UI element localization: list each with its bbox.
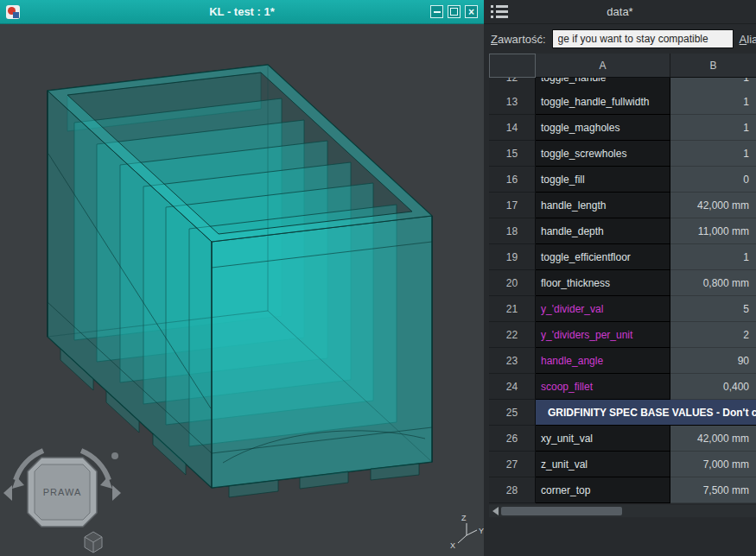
pan-right-arrow-icon[interactable] (112, 485, 121, 501)
cell-a[interactable]: toggle_fill (536, 167, 670, 193)
minimize-icon[interactable] (430, 5, 443, 18)
cell-b[interactable]: 1 (670, 115, 756, 141)
sheet-row-12: 12 toggle_handle 1 (489, 78, 756, 89)
row-number[interactable]: 23 (489, 348, 536, 374)
row-number[interactable]: 25 (489, 400, 536, 426)
panel-title: data* (484, 5, 756, 18)
cell-a[interactable]: floor_thickness (536, 270, 670, 296)
maximize-icon[interactable] (448, 5, 461, 18)
content-input[interactable] (552, 29, 734, 48)
cell-a[interactable]: z_unit_val (536, 452, 670, 477)
window-title: KL - test : 1* (0, 5, 484, 18)
banner-cell[interactable]: GRIDFINITY SPEC BASE VALUES - Don't c (536, 400, 756, 426)
cell-a[interactable]: toggle_efficientfloor (536, 244, 670, 270)
spreadsheet: A B 12 toggle_handle 1 13 toggle_handle_… (484, 54, 756, 517)
cell-b[interactable]: 11,000 mm (670, 218, 756, 244)
scroll-left-arrow-icon[interactable] (489, 505, 501, 517)
cell-a[interactable]: y_'divider_val (536, 296, 670, 322)
sheet-row-22: 22 y_'dividers_per_unit 2 (489, 322, 756, 348)
row-number[interactable]: 21 (489, 296, 536, 322)
row-number[interactable]: 18 (489, 218, 536, 244)
sheet-row-18: 18 handle_depth 11,000 mm (489, 218, 756, 244)
cell-a[interactable]: toggle_handle (536, 78, 670, 89)
alias-label: Alias (740, 33, 756, 46)
row-number[interactable]: 15 (489, 141, 536, 167)
axis-x-label: X (450, 541, 455, 550)
cell-b[interactable]: 42,000 mm (670, 193, 756, 218)
row-number[interactable]: 13 (489, 89, 536, 115)
cell-b[interactable]: 0,800 mm (670, 270, 756, 296)
cell-b[interactable]: 1 (670, 89, 756, 115)
row-number[interactable]: 16 (489, 167, 536, 193)
sheet-row-27: 27 z_unit_val 7,000 mm (489, 452, 756, 477)
sheet-row-25-banner: 25 GRIDFINITY SPEC BASE VALUES - Don't c (489, 400, 756, 426)
cell-b[interactable]: 0,400 (670, 374, 756, 400)
close-icon[interactable] (465, 5, 478, 18)
window-titlebar[interactable]: KL - test : 1* (0, 0, 484, 24)
sheet-row-19: 19 toggle_efficientfloor 1 (489, 244, 756, 270)
row-number[interactable]: 27 (489, 452, 536, 477)
sheet-row-15: 15 toggle_screwholes 1 (489, 141, 756, 167)
cell-b[interactable]: 7,500 mm (670, 477, 756, 503)
column-header-a[interactable]: A (536, 54, 670, 78)
column-headers: A B (489, 54, 756, 78)
app-icon[interactable] (6, 5, 20, 19)
row-number[interactable]: 28 (489, 477, 536, 503)
cell-b[interactable]: 90 (670, 348, 756, 374)
sheet-row-28: 28 corner_top 7,500 mm (489, 477, 756, 503)
cell-a[interactable]: toggle_magholes (536, 115, 670, 141)
pan-left-arrow-icon[interactable] (3, 485, 12, 501)
nav-cube-dot-icon[interactable] (111, 452, 118, 459)
cell-a[interactable]: toggle_handle_fullwidth (536, 89, 670, 115)
horizontal-scrollbar[interactable] (489, 505, 756, 517)
cell-a[interactable]: scoop_fillet (536, 374, 670, 400)
axis-z-label: Z (461, 514, 467, 522)
cell-b[interactable]: 1 (670, 244, 756, 270)
panel-header: data* (484, 0, 756, 24)
cad-window: KL - test : 1* (0, 0, 484, 556)
sheet-row-23: 23 handle_angle 90 (489, 348, 756, 374)
cell-b[interactable]: 5 (670, 296, 756, 322)
row-number[interactable]: 17 (489, 193, 536, 218)
model-front-face (212, 216, 432, 488)
navigation-cube[interactable]: PRAWA (3, 451, 121, 553)
sheet-row-20: 20 floor_thickness 0,800 mm (489, 270, 756, 296)
row-number[interactable]: 14 (489, 115, 536, 141)
cell-a[interactable]: y_'dividers_per_unit (536, 322, 670, 348)
3d-viewport[interactable]: PRAWA Z Y X (0, 24, 484, 556)
cell-b[interactable]: 0 (670, 167, 756, 193)
cell-a[interactable]: handle_length (536, 193, 670, 218)
cell-b[interactable]: 1 (670, 78, 756, 89)
cell-a[interactable]: xy_unit_val (536, 426, 670, 452)
sheet-row-24: 24 scoop_fillet 0,400 (489, 374, 756, 400)
cell-a[interactable]: handle_depth (536, 218, 670, 244)
corner-cell[interactable] (489, 54, 536, 78)
content-bar: Zawartość: Alias (484, 24, 756, 54)
axis-cross: Z Y X (450, 514, 484, 550)
row-number[interactable]: 20 (489, 270, 536, 296)
menu-icon[interactable] (491, 5, 508, 18)
row-number[interactable]: 22 (489, 322, 536, 348)
nav-cube-face-label: PRAWA (43, 487, 82, 497)
sheet-row-16: 16 toggle_fill 0 (489, 167, 756, 193)
sheet-row-21: 21 y_'divider_val 5 (489, 296, 756, 322)
row-number[interactable]: 26 (489, 426, 536, 452)
cell-b[interactable]: 42,000 mm (670, 426, 756, 452)
scrollbar-thumb[interactable] (501, 507, 622, 515)
cell-a[interactable]: toggle_screwholes (536, 141, 670, 167)
row-number[interactable]: 19 (489, 244, 536, 270)
row-number[interactable]: 24 (489, 374, 536, 400)
column-header-b[interactable]: B (670, 54, 756, 78)
row-number[interactable]: 12 (489, 78, 536, 89)
cell-b[interactable]: 1 (670, 141, 756, 167)
cell-b[interactable]: 2 (670, 322, 756, 348)
isometric-view-icon[interactable] (85, 532, 102, 553)
sheet-row-13: 13 toggle_handle_fullwidth 1 (489, 89, 756, 115)
sheet-row-17: 17 handle_length 42,000 mm (489, 193, 756, 218)
cell-b[interactable]: 7,000 mm (670, 452, 756, 477)
sheet-row-26: 26 xy_unit_val 42,000 mm (489, 426, 756, 452)
gridfinity-model-scene: PRAWA Z Y X (0, 24, 484, 556)
window-controls (430, 5, 478, 18)
cell-a[interactable]: handle_angle (536, 348, 670, 374)
cell-a[interactable]: corner_top (536, 477, 670, 503)
